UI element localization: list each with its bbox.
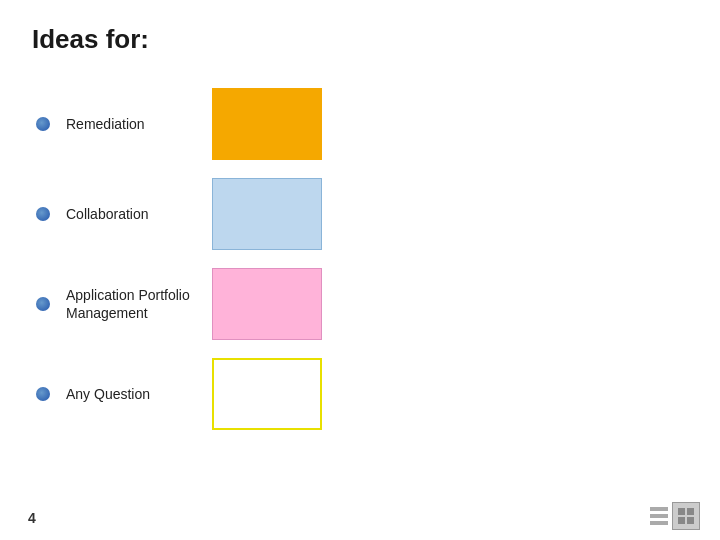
bullet-icon (36, 207, 50, 221)
items-list: Remediation Collaboration Application Po… (32, 79, 688, 439)
logo-square (672, 502, 700, 530)
svg-rect-2 (678, 517, 685, 524)
logo-line (650, 514, 668, 518)
svg-rect-3 (687, 517, 694, 524)
item-label-remediation: Remediation (66, 115, 196, 133)
list-item: Any Question (32, 349, 688, 439)
svg-rect-1 (687, 508, 694, 515)
color-box-collaboration (212, 178, 322, 250)
bullet-icon (36, 117, 50, 131)
list-item: Collaboration (32, 169, 688, 259)
bullet-icon (36, 387, 50, 401)
list-item: Application Portfolio Management (32, 259, 688, 349)
page-number: 4 (28, 510, 36, 526)
logo-line (650, 507, 668, 511)
item-label-collaboration: Collaboration (66, 205, 196, 223)
bottom-logo (650, 502, 700, 530)
item-label-application-portfolio: Application Portfolio Management (66, 286, 196, 322)
color-box-application-portfolio (212, 268, 322, 340)
bullet-icon (36, 297, 50, 311)
svg-rect-0 (678, 508, 685, 515)
color-box-any-question (212, 358, 322, 430)
item-label-any-question: Any Question (66, 385, 196, 403)
list-item: Remediation (32, 79, 688, 169)
color-box-remediation (212, 88, 322, 160)
logo-lines-decoration (650, 507, 668, 525)
logo-line (650, 521, 668, 525)
page-title: Ideas for: (32, 24, 688, 55)
page-container: Ideas for: Remediation Collaboration App… (0, 0, 720, 540)
